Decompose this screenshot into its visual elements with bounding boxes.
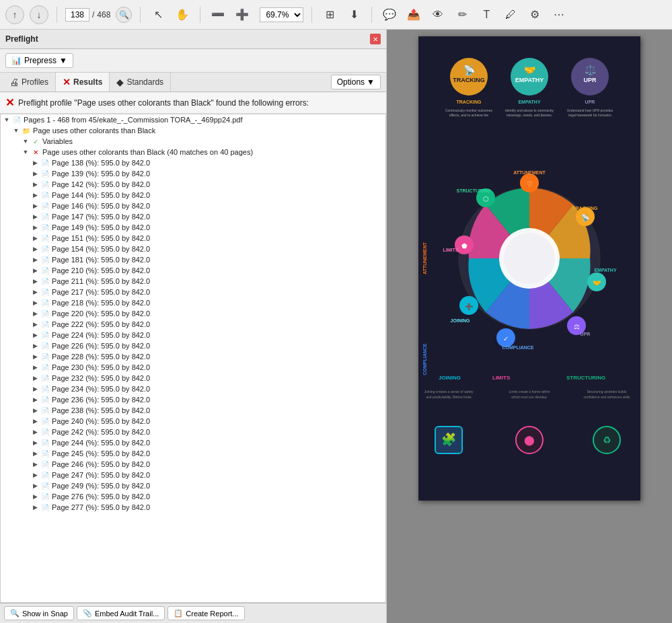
tree-page-item[interactable]: ▶ 📄 Page 246 (%): 595.0 by 842.0 [1,459,385,470]
tree-page-item[interactable]: ▶ 📄 Page 217 (%): 595.0 by 842.0 [1,287,385,297]
preflight-close-btn[interactable]: ✕ [370,34,381,44]
tree-page-item[interactable]: ▶ 📄 Page 226 (%): 595.0 by 842.0 [1,340,385,351]
edit-btn[interactable]: ✏ [453,5,472,24]
page-toggle-14[interactable]: ▶ [30,309,40,318]
options-btn[interactable]: Options ▼ [331,75,381,89]
text-btn[interactable]: T [477,5,496,24]
zoom-in-btn[interactable]: ➕ [233,5,252,24]
tree-page-item[interactable]: ▶ 📄 Page 230 (%): 595.0 by 842.0 [1,362,385,373]
page-toggle-28[interactable]: ▶ [30,460,40,469]
page-toggle-25[interactable]: ▶ [30,427,40,437]
tree-profile-item[interactable]: ▼ 📁 Page uses other colorants than Black [1,125,385,136]
page-toggle-12[interactable]: ▶ [30,287,40,297]
page-toggle-5[interactable]: ▶ [30,212,40,221]
stamp-btn[interactable]: ⚙ [525,5,544,24]
search-btn[interactable]: 🔍 [116,7,132,23]
tree-error-group-item[interactable]: ▼ ✕ Page uses other colorants than Black… [1,147,385,157]
tree-page-item[interactable]: ▶ 📄 Page 228 (%): 595.0 by 842.0 [1,351,385,362]
page-toggle-11[interactable]: ▶ [30,277,40,286]
variables-toggle[interactable]: ▼ [21,137,30,146]
page-toggle-9[interactable]: ▶ [30,255,40,264]
page-toggle-19[interactable]: ▶ [30,363,40,372]
view-btn[interactable]: 👁 [428,5,447,24]
embed-audit-btn[interactable]: 📎 Embed Audit Trail... [77,606,165,620]
pen-btn[interactable]: 🖊 [501,5,520,24]
tree-page-item[interactable]: ▶ 📄 Page 218 (%): 595.0 by 842.0 [1,297,385,308]
page-toggle-18[interactable]: ▶ [30,352,40,361]
tree-page-item[interactable]: ▶ 📄 Page 220 (%): 595.0 by 842.0 [1,308,385,319]
tree-page-item[interactable]: ▶ 📄 Page 240 (%): 595.0 by 842.0 [1,416,385,427]
page-toggle-15[interactable]: ▶ [30,320,40,329]
tree-page-item[interactable]: ▶ 📄 Page 238 (%): 595.0 by 842.0 [1,405,385,416]
page-toggle-32[interactable]: ▶ [30,503,40,512]
page-toggle-29[interactable]: ▶ [30,470,40,480]
page-toggle-17[interactable]: ▶ [30,341,40,351]
tree-page-item[interactable]: ▶ 📄 Page 234 (%): 595.0 by 842.0 [1,383,385,394]
scroll-up-btn[interactable]: ↑ [5,5,24,24]
zoom-out-btn[interactable]: ➖ [209,5,227,24]
share-btn[interactable]: 📤 [404,5,423,24]
download-btn[interactable]: ⬇ [344,5,363,24]
file-toggle[interactable]: ▼ [2,115,11,124]
tree-page-item[interactable]: ▶ 📄 Page 210 (%): 595.0 by 842.0 [1,265,385,276]
tree-page-item[interactable]: ▶ 📄 Page 247 (%): 595.0 by 842.0 [1,470,385,480]
page-toggle-8[interactable]: ▶ [30,244,40,254]
page-toggle-0[interactable]: ▶ [30,158,40,168]
tree-page-item[interactable]: ▶ 📄 Page 245 (%): 595.0 by 842.0 [1,448,385,459]
tree-page-item[interactable]: ▶ 📄 Page 139 (%): 595.0 by 842.0 [1,168,385,179]
tab-results[interactable]: ✕ Results [56,73,110,91]
page-toggle-31[interactable]: ▶ [30,492,40,501]
page-toggle-30[interactable]: ▶ [30,481,40,490]
tree-page-item[interactable]: ▶ 📄 Page 232 (%): 595.0 by 842.0 [1,373,385,383]
tree-page-item[interactable]: ▶ 📄 Page 181 (%): 595.0 by 842.0 [1,254,385,265]
tree-page-item[interactable]: ▶ 📄 Page 276 (%): 595.0 by 842.0 [1,491,385,502]
hand-tool-btn[interactable]: ✋ [173,5,192,24]
tree-page-item[interactable]: ▶ 📄 Page 242 (%): 595.0 by 842.0 [1,427,385,437]
page-toggle-22[interactable]: ▶ [30,395,40,404]
tree-file-item[interactable]: ▼ 📄 Pages 1 - 468 from 45/ekate_-_Commis… [1,114,385,125]
show-snap-btn[interactable]: 🔍 Show in Snap [4,606,74,620]
tree-page-item[interactable]: ▶ 📄 Page 147 (%): 595.0 by 842.0 [1,211,385,222]
profile-toggle[interactable]: ▼ [11,126,21,135]
tree-page-item[interactable]: ▶ 📄 Page 151 (%): 595.0 by 842.0 [1,233,385,244]
tree-page-item[interactable]: ▶ 📄 Page 249 (%): 595.0 by 842.0 [1,480,385,491]
tree-page-item[interactable]: ▶ 📄 Page 146 (%): 595.0 by 842.0 [1,200,385,211]
page-toggle-23[interactable]: ▶ [30,406,40,415]
tree-page-item[interactable]: ▶ 📄 Page 224 (%): 595.0 by 842.0 [1,330,385,340]
more-btn[interactable]: ⋯ [550,5,568,24]
page-toggle-24[interactable]: ▶ [30,416,40,426]
page-toggle-4[interactable]: ▶ [30,201,40,211]
page-toggle-10[interactable]: ▶ [30,266,40,275]
page-toggle-16[interactable]: ▶ [30,330,40,340]
page-toggle-13[interactable]: ▶ [30,298,40,307]
tree-variables-item[interactable]: ▼ ✓ Variables [1,136,385,147]
error-group-toggle[interactable]: ▼ [21,147,30,157]
zoom-select[interactable]: 25% 50% 69.7% 100% 150% 200% [260,7,303,22]
page-toggle-27[interactable]: ▶ [30,449,40,458]
grid-btn[interactable]: ⊞ [320,5,339,24]
page-toggle-20[interactable]: ▶ [30,373,40,383]
page-toggle-6[interactable]: ▶ [30,223,40,232]
tree-page-item[interactable]: ▶ 📄 Page 154 (%): 595.0 by 842.0 [1,244,385,254]
tree-page-item[interactable]: ▶ 📄 Page 142 (%): 595.0 by 842.0 [1,179,385,190]
page-toggle-3[interactable]: ▶ [30,190,40,200]
page-toggle-1[interactable]: ▶ [30,169,40,178]
tree-page-item[interactable]: ▶ 📄 Page 211 (%): 595.0 by 842.0 [1,276,385,287]
tree-scroll[interactable]: ▼ 📄 Pages 1 - 468 from 45/ekate_-_Commis… [1,114,385,602]
create-report-btn[interactable]: 📋 Create Report... [167,606,244,620]
tab-standards[interactable]: ◆ Standards [110,73,171,91]
tab-profiles[interactable]: 🖨 Profiles [3,73,56,91]
tree-page-item[interactable]: ▶ 📄 Page 138 (%): 595.0 by 842.0 [1,157,385,168]
select-tool-btn[interactable]: ↖ [149,5,167,24]
tree-page-item[interactable]: ▶ 📄 Page 149 (%): 595.0 by 842.0 [1,222,385,233]
tree-page-item[interactable]: ▶ 📄 Page 144 (%): 595.0 by 842.0 [1,190,385,200]
page-toggle-21[interactable]: ▶ [30,384,40,394]
prepress-dropdown-btn[interactable]: 📊 Prepress ▼ [5,53,73,68]
comment-btn[interactable]: 💬 [380,5,399,24]
page-number-input[interactable] [65,8,89,22]
page-toggle-7[interactable]: ▶ [30,233,40,243]
tree-page-item[interactable]: ▶ 📄 Page 222 (%): 595.0 by 842.0 [1,319,385,330]
tree-page-item[interactable]: ▶ 📄 Page 236 (%): 595.0 by 842.0 [1,394,385,405]
page-toggle-2[interactable]: ▶ [30,180,40,189]
tree-page-item[interactable]: ▶ 📄 Page 277 (%): 595.0 by 842.0 [1,502,385,513]
